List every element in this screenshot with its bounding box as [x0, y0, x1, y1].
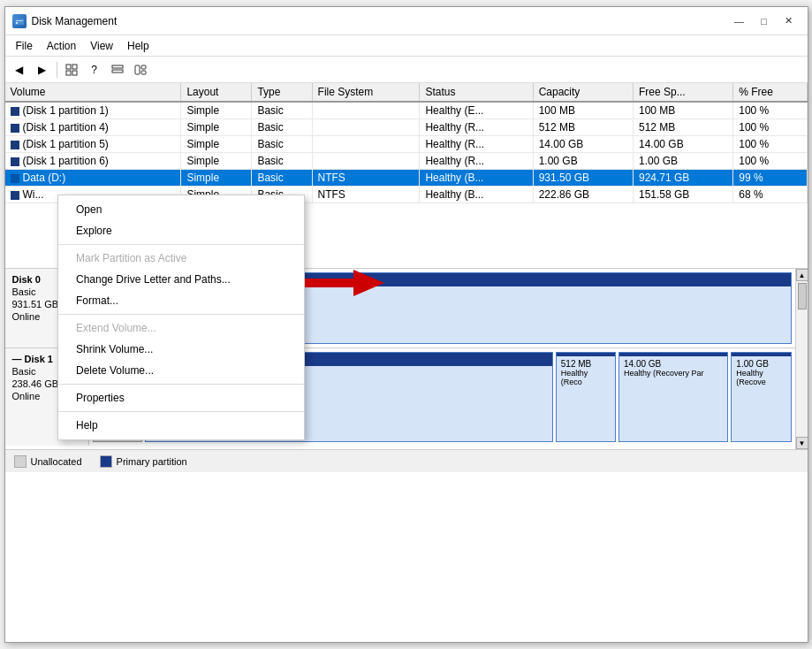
scroll-track	[796, 281, 808, 437]
legend-primary: Primary partition	[100, 455, 187, 468]
context-menu-separator	[58, 411, 304, 412]
table-cell: Basic	[252, 153, 312, 170]
col-layout: Layout	[181, 83, 252, 102]
context-menu-item[interactable]: Properties	[58, 387, 304, 408]
svg-rect-6	[72, 71, 77, 75]
col-pct: % Free	[733, 83, 807, 102]
table-cell	[312, 153, 420, 170]
disk1-14gb-detail: Healthy (Recovery Par	[624, 369, 723, 378]
table-row[interactable]: Data (D:)SimpleBasicNTFSHealthy (B...931…	[5, 170, 808, 187]
context-menu-separator	[58, 244, 304, 245]
menu-help[interactable]: Help	[120, 38, 156, 54]
menu-action[interactable]: Action	[40, 38, 83, 54]
svg-rect-9	[135, 65, 140, 74]
disk1-14gb-size: 14.00 GB	[624, 359, 723, 369]
menu-view[interactable]: View	[83, 38, 120, 54]
col-free: Free Sp...	[633, 83, 732, 102]
disk1-part-1gb[interactable]: 1.00 GB Healthy (Recove	[731, 352, 791, 442]
svg-point-2	[16, 22, 18, 24]
table-cell: Healthy (E...	[420, 102, 533, 119]
disk-management-window: Disk Management — □ ✕ File Action View H…	[4, 6, 808, 643]
table-row[interactable]: (Disk 1 partition 5)SimpleBasicHealthy (…	[5, 136, 808, 153]
table-cell: 100 %	[733, 119, 807, 136]
table-cell: 14.00 GB	[633, 136, 732, 153]
maximize-button[interactable]: □	[753, 12, 776, 30]
legend: Unallocated Primary partition	[5, 449, 808, 472]
close-button[interactable]: ✕	[778, 12, 801, 30]
toolbar-back[interactable]: ◀	[9, 60, 30, 80]
toolbar-properties[interactable]	[130, 60, 151, 80]
toolbar-grid[interactable]	[61, 60, 82, 80]
minimize-button[interactable]: —	[728, 12, 751, 30]
disk1-14gb-header	[619, 353, 727, 356]
svg-rect-8	[112, 70, 123, 73]
toolbar-help[interactable]: ?	[84, 60, 105, 80]
svg-rect-1	[16, 20, 23, 21]
table-cell	[312, 102, 420, 119]
window-title: Disk Management	[32, 15, 728, 27]
table-cell: 222.86 GB	[533, 187, 633, 203]
table-cell	[312, 136, 420, 153]
table-cell: (Disk 1 partition 6)	[5, 153, 181, 170]
table-cell: Data (D:)	[5, 170, 181, 187]
table-cell: Basic	[252, 170, 312, 187]
table-row[interactable]: (Disk 1 partition 4)SimpleBasicHealthy (…	[5, 119, 808, 136]
svg-rect-7	[112, 65, 123, 68]
table-row[interactable]: (Disk 1 partition 6)SimpleBasicHealthy (…	[5, 153, 808, 170]
table-cell: Basic	[252, 102, 312, 119]
scroll-up[interactable]: ▲	[796, 269, 808, 281]
volume-icon	[11, 191, 19, 200]
table-cell: 100 %	[733, 153, 807, 170]
table-cell: 512 MB	[633, 119, 732, 136]
context-menu-item[interactable]: Open	[58, 199, 304, 220]
menu-file[interactable]: File	[9, 38, 40, 54]
disk1-part-14gb[interactable]: 14.00 GB Healthy (Recovery Par	[618, 352, 728, 442]
volume-icon	[11, 174, 19, 183]
toolbar-forward[interactable]: ▶	[32, 60, 53, 80]
volume-icon	[11, 141, 19, 149]
legend-primary-label: Primary partition	[117, 456, 187, 467]
context-menu-item[interactable]: Format...	[58, 290, 304, 311]
disk-scrollbar[interactable]: ▲ ▼	[795, 269, 808, 449]
table-cell: Basic	[252, 119, 312, 136]
svg-rect-5	[66, 71, 71, 75]
table-cell: (Disk 1 partition 1)	[5, 102, 181, 119]
scroll-down[interactable]: ▼	[796, 437, 808, 449]
table-cell: (Disk 1 partition 5)	[5, 136, 181, 153]
context-menu-item[interactable]: Delete Volume...	[58, 360, 304, 381]
volume-icon	[11, 107, 19, 116]
col-volume: Volume	[5, 83, 181, 102]
toolbar-details[interactable]	[107, 60, 128, 80]
context-menu-item[interactable]: Explore	[58, 220, 304, 241]
table-cell: 100 %	[733, 102, 807, 119]
disk1-part-512mb[interactable]: 512 MB Healthy (Reco	[556, 352, 616, 442]
window-controls: — □ ✕	[728, 12, 801, 30]
table-cell: Healthy (R...	[420, 153, 533, 170]
table-cell: 100 %	[733, 136, 807, 153]
table-cell: 512 MB	[533, 119, 633, 136]
menu-bar: File Action View Help	[5, 35, 808, 57]
context-menu-item[interactable]: Help	[58, 415, 304, 436]
table-cell: Simple	[181, 119, 252, 136]
context-menu-separator	[58, 314, 304, 315]
svg-rect-10	[141, 65, 146, 69]
context-menu: OpenExploreMark Partition as ActiveChang…	[57, 195, 305, 440]
legend-unalloc-label: Unallocated	[31, 456, 82, 467]
table-cell: (Disk 1 partition 4)	[5, 119, 181, 136]
context-menu-item[interactable]: Change Drive Letter and Paths...	[58, 269, 304, 290]
table-cell: Healthy (R...	[420, 136, 533, 153]
context-menu-item[interactable]: Shrink Volume...	[58, 339, 304, 360]
svg-rect-3	[66, 65, 71, 69]
disk1-1gb-header	[732, 353, 790, 356]
table-cell: 14.00 GB	[533, 136, 633, 153]
app-icon	[12, 14, 27, 28]
col-fs: File System	[312, 83, 420, 102]
context-menu-item: Extend Volume...	[58, 317, 304, 339]
col-status: Status	[420, 83, 533, 102]
volume-icon	[11, 157, 19, 166]
disk1-512-header	[557, 353, 615, 356]
disk1-512-size: 512 MB	[561, 359, 611, 369]
scroll-thumb[interactable]	[798, 283, 807, 309]
table-row[interactable]: (Disk 1 partition 1)SimpleBasicHealthy (…	[5, 102, 808, 119]
table-cell: 924.71 GB	[633, 170, 732, 187]
